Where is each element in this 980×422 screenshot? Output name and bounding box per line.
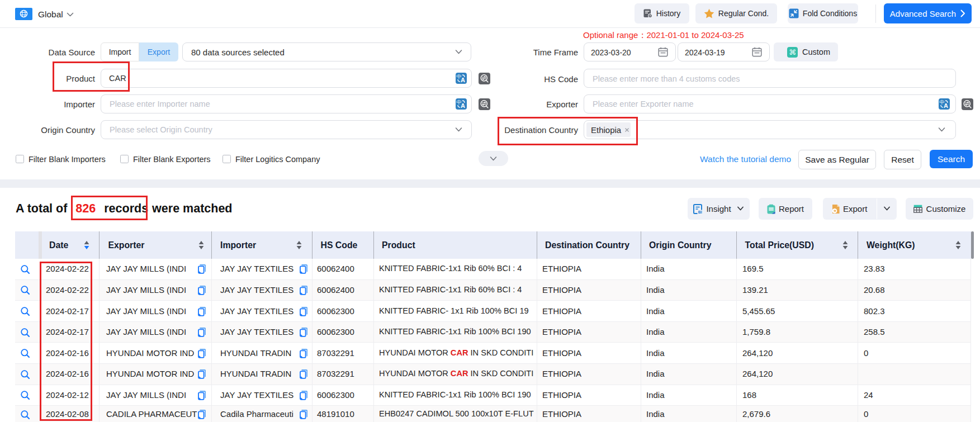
svg-text:A: A	[461, 102, 465, 109]
svg-text:A: A	[461, 77, 465, 83]
svg-text:A: A	[944, 102, 948, 109]
svg-text:BI: BI	[698, 210, 702, 214]
svg-text:⌘: ⌘	[789, 48, 796, 56]
